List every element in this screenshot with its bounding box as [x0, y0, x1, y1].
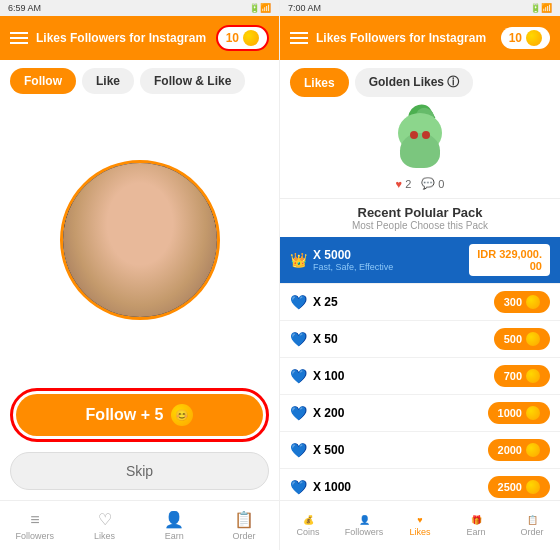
- followers-icon: ≡: [30, 511, 39, 529]
- nav-order[interactable]: 📋 Order: [209, 501, 279, 550]
- price-coin-200: [526, 406, 540, 420]
- pack-row-100[interactable]: 💙 X 100 700: [280, 358, 560, 395]
- right-coin-count: 10: [509, 31, 522, 45]
- pokemon-stats: ♥ 2 💬 0: [396, 177, 445, 190]
- right-nav-earn[interactable]: 🎁 Earn: [448, 501, 504, 550]
- tab-likes[interactable]: Likes: [290, 68, 349, 97]
- pack-row-25[interactable]: 💙 X 25 300: [280, 284, 560, 321]
- poke-body: [400, 133, 440, 168]
- order-icon: 📋: [234, 510, 254, 529]
- tab-follow-like[interactable]: Follow & Like: [140, 68, 245, 94]
- pack-row-100-left: 💙 X 100: [290, 368, 344, 384]
- pack-header: Recent Polular Pack Most People Choose t…: [280, 198, 560, 237]
- pack-price-100[interactable]: 700: [494, 365, 550, 387]
- tab-like[interactable]: Like: [82, 68, 134, 94]
- comments-stat: 💬 0: [421, 177, 444, 190]
- right-coin-icon: [526, 30, 542, 46]
- left-coin-icon: [243, 30, 259, 46]
- left-coin-badge[interactable]: 10: [216, 25, 269, 51]
- left-coin-count: 10: [226, 31, 239, 45]
- pack-row-1000[interactable]: 💙 X 1000 2500: [280, 469, 560, 500]
- right-app-title: Likes Followers for Instagram: [316, 31, 486, 45]
- right-hamburger-menu[interactable]: [290, 32, 308, 44]
- pack-featured-info: X 5000 Fast, Safe, Effective: [313, 248, 393, 272]
- likes-count: 2: [405, 178, 411, 190]
- nav-order-label: Order: [233, 531, 256, 541]
- right-followers-icon: 👤: [359, 515, 370, 525]
- tab-golden-likes[interactable]: Golden Likes ⓘ: [355, 68, 474, 97]
- coins-nav-icon: 💰: [303, 515, 314, 525]
- right-status-icons: 🔋📶: [530, 3, 552, 13]
- price-val-50: 500: [504, 333, 522, 345]
- pokemon-area: ♥ 2 💬 0: [280, 105, 560, 198]
- profile-area: [0, 102, 279, 378]
- pack-price-500[interactable]: 2000: [488, 439, 550, 461]
- coins-nav-label: Coins: [296, 527, 319, 537]
- pack-row-featured[interactable]: 👑 X 5000 Fast, Safe, Effective IDR 329,0…: [280, 237, 560, 284]
- pack-qty-500: X 500: [313, 443, 344, 457]
- pack-price-50[interactable]: 500: [494, 328, 550, 350]
- price-coin-1000: [526, 480, 540, 494]
- heart-icon-200: 💙: [290, 405, 307, 421]
- follow-plus-button[interactable]: Follow + 5 😊: [16, 394, 263, 436]
- left-status-bar: 6:59 AM 🔋📶: [0, 0, 279, 16]
- heart-icon-1000: 💙: [290, 479, 307, 495]
- pack-row-1000-left: 💙 X 1000: [290, 479, 351, 495]
- pack-price-1000[interactable]: 2500: [488, 476, 550, 498]
- right-nav-order[interactable]: 📋 Order: [504, 501, 560, 550]
- pack-featured-qty: X 5000: [313, 248, 393, 262]
- pack-row-50[interactable]: 💙 X 50 500: [280, 321, 560, 358]
- right-nav-followers[interactable]: 👤 Followers: [336, 501, 392, 550]
- heart-icon-50: 💙: [290, 331, 307, 347]
- nav-followers-label: Followers: [16, 531, 55, 541]
- right-likes-icon: ♥: [417, 515, 422, 525]
- skip-button[interactable]: Skip: [10, 452, 269, 490]
- pack-row-200-left: 💙 X 200: [290, 405, 344, 421]
- pokemon-image: [390, 113, 450, 173]
- pack-price-25[interactable]: 300: [494, 291, 550, 313]
- nav-earn[interactable]: 👤 Earn: [140, 501, 210, 550]
- right-nav-likes[interactable]: ♥ Likes: [392, 501, 448, 550]
- right-status-bar: 7:00 AM 🔋📶: [280, 0, 560, 16]
- price-val-200: 1000: [498, 407, 522, 419]
- earn-icon: 👤: [164, 510, 184, 529]
- right-bottom-nav: 💰 Coins 👤 Followers ♥ Likes 🎁 Earn 📋 Ord…: [280, 500, 560, 550]
- pack-row-featured-left: 👑 X 5000 Fast, Safe, Effective: [290, 248, 393, 272]
- nav-followers[interactable]: ≡ Followers: [0, 501, 70, 550]
- pack-list[interactable]: 👑 X 5000 Fast, Safe, Effective IDR 329,0…: [280, 237, 560, 500]
- pack-price-200[interactable]: 1000: [488, 402, 550, 424]
- nav-earn-label: Earn: [165, 531, 184, 541]
- follow-button-container: Follow + 5 😊: [10, 388, 269, 442]
- price-coin-500: [526, 443, 540, 457]
- right-earn-label: Earn: [466, 527, 485, 537]
- right-coin-badge[interactable]: 10: [501, 27, 550, 49]
- avatar-image: [63, 160, 217, 320]
- pack-row-200[interactable]: 💙 X 200 1000: [280, 395, 560, 432]
- price-val-100: 700: [504, 370, 522, 382]
- right-earn-icon: 🎁: [471, 515, 482, 525]
- pack-qty-25: X 25: [313, 295, 338, 309]
- poke-eye-left: [410, 131, 418, 139]
- tab-follow[interactable]: Follow: [10, 68, 76, 94]
- pack-row-50-left: 💙 X 50: [290, 331, 338, 347]
- pack-row-500[interactable]: 💙 X 500 2000: [280, 432, 560, 469]
- pack-featured-sublabel: Fast, Safe, Effective: [313, 262, 393, 272]
- pack-qty-200: X 200: [313, 406, 344, 420]
- nav-likes[interactable]: ♡ Likes: [70, 501, 140, 550]
- hamburger-menu[interactable]: [10, 32, 28, 44]
- pack-qty-100: X 100: [313, 369, 344, 383]
- pack-row-500-left: 💙 X 500: [290, 442, 344, 458]
- right-tabs: Likes Golden Likes ⓘ: [280, 60, 560, 105]
- follow-coin-icon: 😊: [171, 404, 193, 426]
- avatar: [60, 160, 220, 320]
- price-val-500: 2000: [498, 444, 522, 456]
- left-bottom-nav: ≡ Followers ♡ Likes 👤 Earn 📋 Order: [0, 500, 279, 550]
- heart-icon-25: 💙: [290, 294, 307, 310]
- right-order-icon: 📋: [527, 515, 538, 525]
- price-coin-100: [526, 369, 540, 383]
- pack-title: Recent Polular Pack: [286, 205, 554, 220]
- right-nav-coins[interactable]: 💰 Coins: [280, 501, 336, 550]
- pack-row-25-left: 💙 X 25: [290, 294, 338, 310]
- right-order-label: Order: [520, 527, 543, 537]
- right-likes-label: Likes: [409, 527, 430, 537]
